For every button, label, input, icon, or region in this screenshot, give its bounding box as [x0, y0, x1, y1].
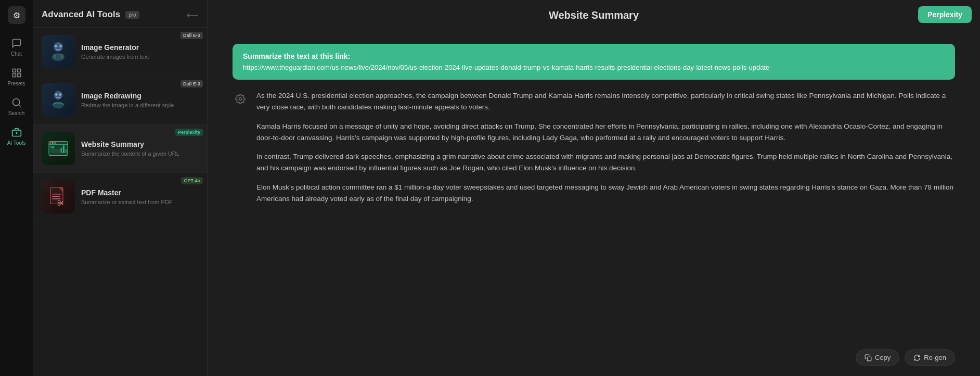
tool-card-website-summary[interactable]: Website Summary Summarize the content of…	[33, 124, 207, 173]
svg-point-36	[239, 98, 242, 101]
tool-card-image-generator[interactable]: Image Generator Generate images from tex…	[33, 28, 207, 76]
tool-badge-image-redraw: Dall E-3	[180, 80, 203, 87]
svg-rect-3	[17, 74, 20, 77]
svg-line-5	[18, 105, 20, 107]
content-area: Summarize the text at this link: https:/…	[208, 31, 980, 344]
url-label: Summarize the text at this link:	[243, 52, 945, 60]
svg-rect-2	[12, 74, 16, 77]
tool-info-image-gen: Image Generator Generate images from tex…	[81, 43, 199, 60]
page-title: Website Summary	[549, 9, 639, 21]
regen-icon	[913, 354, 921, 361]
svg-rect-33	[52, 198, 61, 199]
svg-rect-28	[63, 145, 65, 153]
svg-rect-22	[50, 149, 62, 151]
svg-point-4	[12, 99, 19, 106]
svg-rect-37	[867, 357, 871, 361]
svg-point-25	[52, 142, 54, 144]
main-header: Website Summary	[208, 0, 980, 31]
tools-title: Advanced AI Tools	[42, 9, 120, 20]
icon-sidebar: ⚙ Chat Presets Search	[0, 0, 33, 376]
search-icon	[11, 97, 22, 108]
tool-name-website-summary: Website Summary	[81, 140, 199, 148]
tool-name-image-gen: Image Generator	[81, 43, 199, 52]
url-input-box: Summarize the text at this link: https:/…	[233, 44, 955, 80]
svg-rect-23	[50, 152, 60, 153]
copy-btn-label: Copy	[875, 354, 891, 361]
sidebar-item-chat[interactable]: Chat	[0, 32, 33, 62]
tool-card-image-redrawing[interactable]: Image Redrawing Redraw the image in a di…	[33, 76, 207, 124]
svg-point-11	[55, 45, 57, 47]
copy-button[interactable]: Copy	[856, 349, 899, 366]
svg-rect-14	[61, 54, 63, 59]
tools-header: Advanced AI Tools pro ⟵	[33, 0, 207, 28]
svg-rect-1	[17, 69, 20, 72]
svg-rect-13	[54, 54, 56, 59]
copy-icon	[865, 354, 872, 361]
sidebar-item-ai-tools[interactable]: AI Tools	[0, 121, 33, 151]
presets-icon	[11, 67, 22, 79]
svg-point-16	[53, 102, 64, 109]
regen-btn-label: Re-gen	[924, 354, 946, 361]
tool-thumb-website	[42, 132, 75, 165]
tool-name-image-redraw: Image Redrawing	[81, 92, 199, 100]
tool-badge-image-gen: Dall E-3	[180, 32, 203, 39]
tool-badge-pdf-master: GPT-4o	[181, 177, 203, 184]
svg-rect-27	[61, 148, 62, 154]
summary-paragraph-3: In contrast, Trump delivered dark speech…	[256, 151, 955, 174]
tool-thumb-image-redraw	[42, 83, 75, 117]
settings-icon-btn[interactable]: ⚙	[8, 6, 25, 24]
tool-desc-website-summary: Summarize the content of a given URL	[81, 151, 199, 157]
svg-point-17	[55, 93, 58, 96]
tool-info-image-redraw: Image Redrawing Redraw the image in a di…	[81, 92, 199, 108]
summary-paragraph-2: Kamala Harris focused on a message of un…	[256, 121, 955, 144]
tool-desc-image-redraw: Redraw the image in a different style	[81, 102, 199, 108]
tool-desc-image-gen: Generate images from text	[81, 54, 199, 60]
summary-text-block: As the 2024 U.S. presidential election a…	[256, 90, 955, 205]
svg-rect-31	[52, 194, 61, 195]
perplexity-top-button[interactable]: Perplexity	[918, 6, 972, 23]
settings-icon: ⚙	[13, 10, 20, 20]
action-bar: Copy Re-gen	[208, 344, 980, 376]
pro-badge: pro	[125, 11, 139, 19]
svg-point-26	[55, 142, 56, 144]
regen-button[interactable]: Re-gen	[905, 349, 955, 366]
tool-info-website-summary: Website Summary Summarize the content of…	[81, 140, 199, 157]
chat-label: Chat	[11, 51, 22, 57]
tool-desc-pdf-master: Summarize or extract text from PDF	[81, 199, 199, 205]
tool-thumb-image-gen	[42, 35, 75, 68]
summary-paragraph-1: As the 2024 U.S. presidential election a…	[256, 90, 955, 114]
tool-thumb-pdf	[42, 180, 75, 214]
svg-rect-32	[52, 196, 60, 197]
svg-point-18	[59, 93, 62, 96]
tool-info-pdf-master: PDF Master Summarize or extract text fro…	[81, 189, 199, 205]
presets-label: Presets	[8, 81, 25, 86]
sidebar-item-presets[interactable]: Presets	[0, 62, 33, 92]
collapse-button[interactable]: ⟵	[187, 10, 199, 20]
ai-tools-label: AI Tools	[7, 140, 25, 146]
summary-section: As the 2024 U.S. presidential election a…	[233, 90, 955, 205]
svg-point-24	[50, 142, 51, 144]
chat-icon	[11, 37, 22, 49]
svg-point-12	[59, 45, 62, 47]
settings-col	[233, 90, 248, 205]
summary-paragraph-4: Elon Musk's political action committee r…	[256, 182, 955, 205]
settings-gear-button[interactable]	[233, 91, 248, 107]
main-content: Website Summary Summarize the text at th…	[208, 0, 980, 376]
tool-name-pdf-master: PDF Master	[81, 189, 199, 197]
search-label: Search	[8, 110, 25, 116]
tool-card-pdf-master[interactable]: PDF Master Summarize or extract text fro…	[33, 173, 207, 221]
svg-rect-29	[66, 149, 67, 154]
svg-rect-0	[12, 69, 16, 72]
sidebar-item-search[interactable]: Search	[0, 92, 33, 121]
ai-tools-icon	[11, 127, 22, 138]
svg-rect-21	[50, 146, 55, 149]
url-link: https://www.theguardian.com/us-news/live…	[243, 64, 945, 71]
tools-sidebar: Advanced AI Tools pro ⟵ Image Generator …	[33, 0, 208, 376]
tool-badge-website-summary: Perplexity	[175, 129, 203, 136]
